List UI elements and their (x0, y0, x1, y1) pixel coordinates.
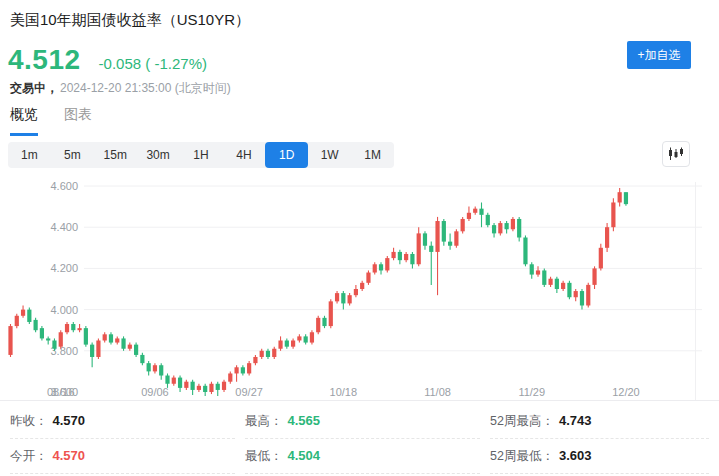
x-axis-label: 12/20 (612, 386, 640, 398)
stat-value: 4.570 (53, 413, 86, 428)
candle-body (159, 365, 163, 375)
candle-body (27, 310, 31, 322)
timeframe-1D[interactable]: 1D (265, 142, 308, 168)
tab-chart[interactable]: 图表 (64, 106, 92, 136)
page-title: 美国10年期国债收益率（US10YR） (10, 11, 250, 30)
timeframe-1M[interactable]: 1M (351, 142, 394, 168)
candle-body (77, 328, 81, 330)
candle-body (561, 283, 565, 289)
stat-label: 52周最高： (490, 413, 554, 430)
add-watchlist-button[interactable]: +加自选 (627, 41, 691, 69)
candle-body (461, 219, 465, 231)
trading-status: 交易中， (10, 81, 58, 95)
candle-body (454, 231, 458, 245)
quote-page: 美国10年期国债收益率（US10YR） +加自选 4.512 -0.058 ( … (0, 0, 719, 476)
y-axis-label: 4.200 (50, 262, 78, 274)
candle-body (247, 363, 251, 373)
candle-body (366, 273, 370, 283)
stat-low: 最低：4.504 (245, 439, 480, 474)
x-axis-label: 11/08 (424, 386, 451, 398)
candle-body (153, 365, 157, 371)
candle-body (486, 215, 490, 225)
candle-body (611, 202, 615, 227)
candle-body (580, 291, 584, 305)
candle-body (121, 338, 125, 348)
candle-body (479, 209, 483, 215)
candle-body (96, 341, 100, 357)
view-tabs: 概览图表 (10, 106, 118, 136)
candle-body (266, 351, 270, 357)
candle-body (216, 384, 220, 390)
timeframe-toolbar: 1m5m15m30m1H4H1D1W1M (8, 142, 394, 168)
candle-body (34, 320, 38, 330)
quote-timestamp: 2024-12-20 21:35:00 (北京时间) (60, 81, 231, 95)
timeframe-1H[interactable]: 1H (180, 142, 223, 168)
candle-body (184, 382, 188, 388)
candle-body (348, 295, 352, 303)
candle-body (197, 386, 201, 390)
timeframe-15m[interactable]: 15m (94, 142, 137, 168)
tab-overview[interactable]: 概览 (10, 106, 38, 136)
stat-value: 4.743 (559, 413, 592, 428)
candle-body (473, 209, 477, 213)
timeframe-30m[interactable]: 30m (137, 142, 180, 168)
candle-body (398, 252, 402, 260)
candle-body (8, 326, 12, 355)
chart-style-button[interactable] (662, 141, 690, 167)
candle-body (523, 238, 527, 265)
timeframe-1m[interactable]: 1m (8, 142, 51, 168)
candlestick-chart[interactable]: 4.6004.4004.2004.0003.8003.60008/1609/06… (0, 170, 719, 404)
candle-body (605, 227, 609, 248)
timeframe-5m[interactable]: 5m (51, 142, 94, 168)
candle-body (297, 336, 301, 340)
timeframe-1W[interactable]: 1W (308, 142, 351, 168)
y-axis-label: 4.000 (50, 304, 78, 316)
candle-body (492, 225, 496, 233)
candle-body (285, 341, 289, 347)
stats-grid: 昨收：4.570最高：4.56552周最高：4.743今开：4.570最低：4.… (10, 404, 709, 474)
candle-body (511, 219, 515, 229)
stat-value: 4.504 (288, 448, 321, 463)
candle-body (329, 301, 333, 326)
stat-52w-low: 52周最低：3.603 (490, 439, 709, 474)
candle-body (228, 373, 232, 381)
candle-body (241, 367, 245, 373)
candle-body (203, 386, 207, 392)
candle-body (555, 279, 559, 289)
candle-body (335, 293, 339, 301)
stat-52w-high: 52周最高：4.743 (490, 404, 709, 439)
candle-body (417, 233, 421, 264)
candle-body (322, 318, 326, 326)
candle-body (40, 328, 44, 338)
x-axis-label: 10/18 (330, 386, 358, 398)
stat-label: 最低： (245, 448, 283, 465)
stat-value: 4.570 (53, 448, 86, 463)
candle-body (517, 219, 521, 238)
candlestick-icon (668, 147, 684, 161)
candle-body (234, 367, 238, 373)
timeframe-4H[interactable]: 4H (222, 142, 265, 168)
candle-body (15, 316, 19, 326)
stat-label: 昨收： (10, 413, 48, 430)
stat-open: 今开：4.570 (10, 439, 235, 474)
candle-body (354, 289, 358, 295)
x-axis-label: 09/27 (235, 386, 263, 398)
candle-body (172, 378, 176, 384)
candle-body (253, 357, 257, 363)
candle-body (140, 355, 144, 363)
candle-body (109, 334, 113, 342)
stat-label: 今开： (10, 448, 48, 465)
price-change: -0.058 ( -1.27%) (99, 55, 207, 72)
candle-body (178, 378, 182, 388)
stat-prev-close: 昨收：4.570 (10, 404, 235, 439)
candle-body (423, 233, 427, 245)
candle-body (316, 318, 320, 332)
candle-body (498, 223, 502, 233)
candle-body (128, 345, 132, 349)
candle-body (618, 192, 622, 202)
candle-body (592, 268, 596, 284)
stat-label: 52周最低： (490, 448, 554, 465)
candle-body (84, 328, 88, 344)
x-axis-label: 08/16 (47, 386, 75, 398)
candle-body (21, 310, 25, 316)
